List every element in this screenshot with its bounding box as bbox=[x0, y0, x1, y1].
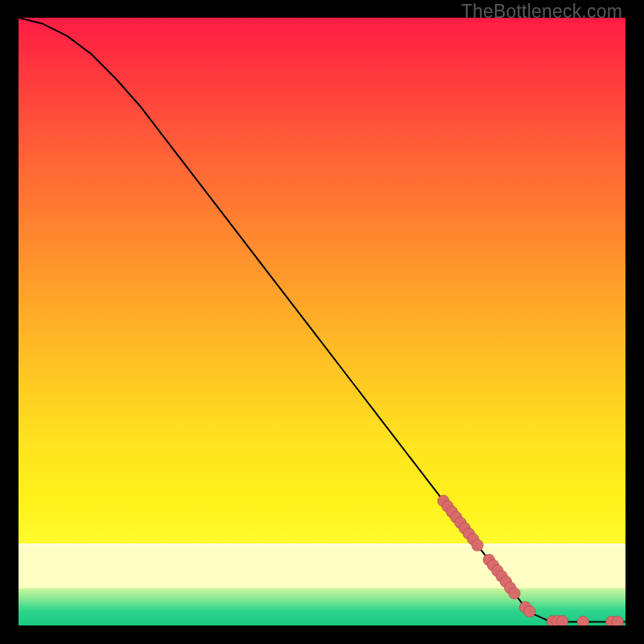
chart-plot-layer bbox=[19, 18, 625, 625]
data-marker bbox=[556, 616, 568, 625]
data-marker bbox=[509, 588, 520, 599]
data-marker bbox=[612, 616, 623, 625]
curve-path bbox=[19, 18, 625, 621]
data-marker bbox=[524, 605, 535, 617]
chart-markers bbox=[438, 495, 624, 625]
chart-frame bbox=[19, 18, 625, 625]
data-marker bbox=[472, 539, 483, 551]
chart-curve bbox=[19, 18, 625, 621]
data-marker bbox=[577, 616, 588, 625]
